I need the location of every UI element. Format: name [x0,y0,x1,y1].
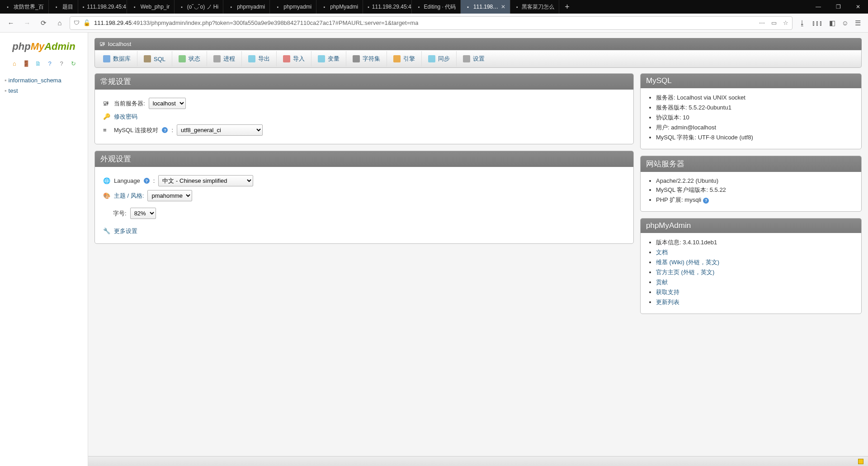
topmenu-item[interactable]: 数据库 [97,51,137,67]
topmenu-item[interactable]: SQL [137,51,172,67]
sidebar-icon[interactable]: ◧ [829,19,835,27]
new-tab-button[interactable]: + [559,2,575,12]
browser-tab[interactable]: ▪111.198.29.45:4 [78,0,127,14]
topmenu-item[interactable]: 字符集 [346,51,387,67]
browser-tab[interactable]: ▪111.198.29.45:4 [363,0,412,14]
panel-title: phpMyAdmin [641,219,861,233]
language-select[interactable]: 中文 - Chinese simplified [158,175,253,186]
bookmark-star-icon[interactable]: ☆ [783,19,788,26]
collation-select[interactable]: utf8_general_ci [177,124,263,136]
pma-link[interactable]: 维基 (Wiki) (外链，英文) [656,259,719,266]
sql-icon[interactable]: 🗎 [34,60,42,67]
reload-nav-icon[interactable]: ↻ [70,60,77,67]
more-dots-icon[interactable]: ⋯ [759,19,765,26]
favicon-icon: ▪ [368,4,369,10]
info-item: 服务器: Localhost via UNIX socket [656,93,857,103]
menu-icon[interactable]: ☰ [855,19,861,27]
favicon-icon: ▪ [465,4,471,10]
menu-item-label: 引擎 [403,55,415,63]
help-icon[interactable]: ? [162,127,168,133]
panel-pma: phpMyAdmin 版本信息: 3.4.10.1deb1文档维基 (Wiki)… [640,218,862,314]
pma-link[interactable]: 更新列表 [656,299,679,305]
reader-icon[interactable]: ▭ [771,19,777,26]
link-item: 文档 [656,247,857,257]
back-button[interactable]: ← [5,17,17,29]
browser-tab[interactable]: ▪Editing · 代码 [412,0,461,14]
fontsize-select[interactable]: 82% [130,208,156,219]
info-item: 服务器版本: 5.5.22-0ubuntu1 [656,103,857,113]
menu-item-icon [179,55,186,62]
server-select[interactable]: localhost [149,98,186,109]
browser-tab[interactable]: ▪攻防世界_百 [0,0,49,14]
collation-icon: ≡ [103,127,110,134]
topmenu-item[interactable]: 变量 [311,51,346,67]
pma-link[interactable]: 官方主页 (外链，英文) [656,269,714,276]
help-icon[interactable]: ? [144,178,150,184]
browser-tab[interactable]: ▪黑客菜刀怎么 [510,0,559,14]
footer-indicator-icon[interactable] [858,459,863,464]
browser-tab[interactable]: ▪phpmyadmi [270,0,316,14]
topmenu-item[interactable]: 引擎 [387,51,422,67]
browser-tab[interactable]: ▪phpmyadmi [223,0,270,14]
browser-tab[interactable]: ▪Web_php_ir [127,0,175,14]
favicon-icon: ▪ [515,4,519,10]
topmenu-item[interactable]: 设置 [457,51,491,67]
collation-label: MySQL 连接校对 [114,126,158,134]
info-item: 版本信息: 3.4.10.1deb1 [656,238,857,247]
docs2-icon[interactable]: ? [58,60,65,67]
home-icon[interactable]: ⌂ [11,60,18,67]
topmenu-item[interactable]: 导出 [242,51,277,67]
help-icon[interactable]: ? [703,198,709,204]
more-settings-link[interactable]: 更多设置 [114,227,137,235]
topmenu-item[interactable]: 导入 [277,51,311,67]
close-tab-icon[interactable]: ✕ [501,4,505,10]
lock-slash-icon: 🔓 [83,19,90,26]
browser-tab[interactable]: ▪(o˘◡˘o) ノ Hi [175,0,223,14]
pma-link[interactable]: 文档 [656,249,668,256]
db-icon: ▪ [5,77,7,84]
window-controls: — ❐ ✕ [808,4,868,10]
database-item[interactable]: ▪ test [4,86,84,96]
topmenu-item[interactable]: 状态 [172,51,207,67]
topmenu-item[interactable]: 同步 [422,51,457,67]
main-content: 🖳 localhost 数据库SQL状态进程导出导入变量字符集引擎同步设置 常规… [88,33,868,466]
menu-item-icon [428,55,435,62]
browser-tab[interactable]: ▪phpMyadmi [316,0,363,14]
forward-button[interactable]: → [21,17,33,29]
favicon-icon: ▪ [228,4,234,10]
topmenu-item[interactable]: 进程 [207,51,242,67]
menu-item-label: 设置 [473,55,485,63]
docs-icon[interactable]: ? [46,60,53,67]
pma-link[interactable]: 贡献 [656,279,668,285]
theme-label[interactable]: 主题 / 风格: [114,192,144,200]
menu-item-label: 同步 [438,55,450,63]
library-icon[interactable]: ⫿⫿⫿ [812,19,823,27]
tab-label: (o˘◡˘o) ノ Hi [187,3,218,11]
favicon-icon: ▪ [5,4,11,10]
close-window-button[interactable]: ✕ [848,4,868,10]
favicon-icon: ▪ [321,4,327,10]
maximize-button[interactable]: ❐ [828,4,848,10]
address-bar[interactable]: 🛡 🔓 111.198.29.45:49133/phpmyadmin/index… [70,16,793,30]
database-list: ▪ information_schema▪ test [0,73,88,98]
change-password-link[interactable]: 修改密码 [114,113,137,121]
browser-tab-strip: ▪攻防世界_百▪题目▪111.198.29.45:4▪Web_php_ir▪(o… [0,0,868,14]
link-item: 获取支持 [656,287,857,297]
logout-icon[interactable]: 🚪 [23,60,30,67]
lock-icon: 🔑 [103,113,110,120]
home-button[interactable]: ⌂ [53,17,66,29]
menu-item-icon [213,55,221,62]
reload-button[interactable]: ⟳ [37,17,50,29]
server-breadcrumb[interactable]: 🖳 localhost [94,38,862,50]
database-item[interactable]: ▪ information_schema [4,75,84,86]
tab-label: phpmyadmi [237,4,265,10]
account-icon[interactable]: ☺ [842,19,849,27]
browser-tab[interactable]: ▪题目 [49,0,78,14]
pma-link[interactable]: 获取支持 [656,289,679,295]
browser-tab[interactable]: ▪111.198…✕ [461,0,510,14]
downloads-icon[interactable]: ⭳ [799,19,806,27]
wrench-icon: 🔧 [103,228,110,235]
minimize-button[interactable]: — [808,4,828,10]
menu-item-icon [283,55,290,62]
theme-select[interactable]: pmahomme [147,190,192,201]
